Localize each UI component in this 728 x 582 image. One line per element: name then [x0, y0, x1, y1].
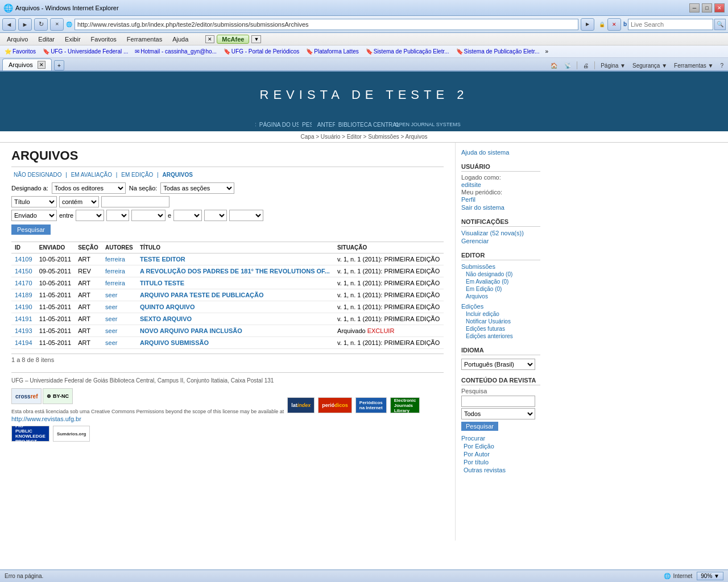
title-link[interactable]: TESTE EDITOR — [140, 256, 185, 263]
menu-favoritos[interactable]: Favoritos — [86, 35, 121, 44]
title-link[interactable]: A REVOLUÇÃO DOS PADRES DE 181° THE REVOL… — [140, 268, 330, 275]
author-link[interactable]: seer — [105, 292, 117, 298]
submission-id-link[interactable]: 14170 — [15, 280, 32, 286]
submission-id-link[interactable]: 14150 — [15, 268, 32, 275]
license-link[interactable]: http://www.revistas.ufg.br — [11, 415, 284, 422]
date-to-day[interactable] — [204, 210, 227, 221]
title-link[interactable]: SEXTO ARQUIVO — [140, 315, 192, 322]
author-link[interactable]: ferreira — [105, 268, 125, 275]
mcafee-button[interactable]: McAfee — [217, 35, 249, 44]
author-link[interactable]: seer — [105, 304, 117, 310]
title-link[interactable]: QUINTO ARQUIVO — [140, 304, 195, 310]
date-from-month[interactable] — [76, 210, 104, 221]
delete-link[interactable]: EXCLUIR — [367, 327, 395, 334]
menu-ferramentas[interactable]: Ferramentas — [122, 35, 167, 44]
future-editions-link[interactable]: Edições futuras — [461, 325, 540, 332]
date-from-year[interactable] — [131, 210, 166, 221]
page-menu[interactable]: Página ▼ — [598, 62, 628, 69]
submission-id-link[interactable]: 14190 — [15, 304, 32, 310]
editions-label[interactable]: Edições — [461, 302, 540, 310]
help-link[interactable]: Ajuda do sistema — [461, 148, 540, 156]
browse-label[interactable]: Procurar — [461, 434, 540, 442]
submission-id-link[interactable]: 14193 — [15, 327, 32, 334]
address-bar[interactable] — [75, 19, 578, 30]
title-link[interactable]: NOVO ARQUIVO PARA INCLUSÃO — [140, 327, 242, 334]
close-tab-button[interactable]: ✕ — [38, 61, 46, 69]
notify-users-link[interactable]: Notificar Usuários — [461, 318, 540, 325]
submission-id-link[interactable]: 14189 — [15, 292, 32, 298]
date-to-month[interactable] — [173, 210, 202, 221]
title-link[interactable]: ARQUIVO SUBMISSÃO — [140, 339, 209, 346]
restore-button[interactable]: □ — [702, 3, 712, 13]
filter-tab-2[interactable]: EM EDIÇÃO — [119, 172, 155, 178]
favorites-label[interactable]: ⭐ Favoritos — [2, 48, 38, 55]
filter-tab-1[interactable]: EM AVALIAÇÃO — [69, 172, 114, 178]
logout-link[interactable]: Sair do sistema — [461, 203, 540, 211]
by-author-link[interactable]: Por Autor — [461, 450, 540, 458]
submission-id-link[interactable]: 14191 — [15, 315, 32, 322]
live-search-button[interactable]: 🔍 — [714, 19, 726, 30]
content-search-input[interactable] — [461, 396, 535, 407]
menu-exibir[interactable]: Exibir — [60, 35, 85, 44]
date-from-day[interactable] — [106, 210, 129, 221]
go-button[interactable]: ▶ — [581, 18, 594, 31]
content-search-button[interactable]: Pesquisar — [461, 422, 498, 431]
in-editing-link[interactable]: Em Edição (0) — [461, 285, 540, 293]
by-edition-link[interactable]: Por Edição — [461, 442, 540, 450]
fav-item-5[interactable]: 🔖 Sistema de Publicação Eletr... — [454, 48, 542, 55]
filter-tab-3[interactable]: ARQUIVOS — [160, 172, 195, 178]
search-operator-select[interactable]: contém — [59, 196, 99, 207]
profile-link[interactable]: Perfil — [461, 196, 540, 203]
author-link[interactable]: seer — [105, 339, 117, 346]
menu-ajuda[interactable]: Ajuda — [168, 35, 193, 44]
archives-link[interactable]: Arquivos — [461, 293, 540, 300]
assigned-select[interactable]: Todos os editores — [52, 182, 126, 194]
not-assigned-link[interactable]: Não designado (0) — [461, 271, 540, 278]
close-button[interactable]: ✕ — [714, 3, 725, 13]
stop-button[interactable]: ✕ — [50, 18, 64, 31]
by-title-link[interactable]: Por título — [461, 458, 540, 466]
section-select[interactable]: Todas as seções — [160, 182, 234, 194]
manage-notifications-link[interactable]: Gerenciar — [461, 237, 540, 245]
minimize-button[interactable]: ─ — [689, 3, 700, 13]
refresh-button[interactable]: ↻ — [34, 18, 48, 31]
in-review-link[interactable]: Em Avaliação (0) — [461, 278, 540, 285]
menu-editar[interactable]: Editar — [34, 35, 59, 44]
live-search-input[interactable] — [628, 19, 713, 30]
title-link[interactable]: TITULO TESTE — [140, 280, 184, 286]
print-icon[interactable]: 🖨 — [581, 62, 591, 69]
submission-id-link[interactable]: 14109 — [15, 256, 32, 263]
search-button[interactable]: Pesquisar — [11, 225, 51, 235]
author-link[interactable]: seer — [105, 315, 117, 322]
menu-arquivo[interactable]: Arquivo — [2, 35, 32, 44]
security-menu[interactable]: Segurança ▼ — [630, 62, 669, 69]
fav-item-0[interactable]: 🔖 UFG - Universidade Federal ... — [40, 48, 130, 55]
search-text-input[interactable] — [101, 196, 169, 207]
title-link[interactable]: ARQUIVO PARA TESTE DE PUBLICAÇÃO — [140, 292, 264, 298]
forward-button[interactable]: ► — [18, 18, 32, 31]
rss-icon[interactable]: 📡 — [562, 62, 573, 69]
language-select[interactable]: Português (Brasil) — [461, 359, 535, 370]
stop-x-button[interactable]: ✕ — [607, 18, 621, 31]
submission-id-link[interactable]: 14194 — [15, 339, 32, 346]
browser-tab[interactable]: Arquivos ✕ — [2, 59, 52, 70]
submissions-link[interactable]: Submissões — [461, 263, 540, 271]
more-favorites-button[interactable]: » — [545, 48, 548, 55]
date-field-select[interactable]: Enviado — [11, 210, 57, 221]
author-link[interactable]: ferreira — [105, 280, 125, 286]
author-link[interactable]: seer — [105, 327, 117, 334]
previous-editions-link[interactable]: Edições anteriores — [461, 332, 540, 340]
tools-menu[interactable]: Ferramentas ▼ — [672, 62, 715, 69]
author-link[interactable]: ferreira — [105, 256, 125, 263]
help-menu[interactable]: ? — [718, 62, 726, 69]
search-scope-select[interactable]: Todos — [461, 408, 535, 419]
fav-item-4[interactable]: 🔖 Sistema de Publicação Eletr... — [363, 48, 452, 55]
home-icon[interactable]: 🏠 — [548, 62, 560, 69]
oas-link[interactable]: OPEN JOURNAL SYSTEMS — [392, 120, 464, 129]
fav-item-1[interactable]: ✉ Hotmail - cassinha_gyn@ho... — [133, 48, 219, 55]
new-tab-button[interactable]: + — [54, 60, 64, 70]
search-field-select[interactable]: Título — [11, 196, 57, 207]
include-edition-link[interactable]: Incluir edição — [461, 310, 540, 318]
fav-item-3[interactable]: 🔖 Plataforma Lattes — [304, 48, 361, 55]
other-link[interactable]: Outras revistas — [461, 466, 540, 474]
